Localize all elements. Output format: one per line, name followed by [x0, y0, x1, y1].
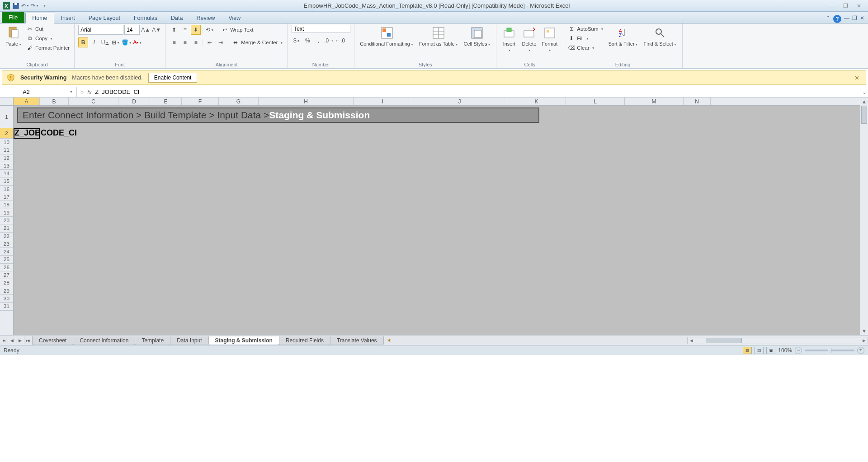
window-restore-icon[interactable]: ❐	[852, 15, 857, 23]
expand-formula-bar-button[interactable]: ⌄	[860, 87, 868, 97]
sheet-tab-data-input[interactable]: Data Input	[170, 336, 208, 345]
insert-cells-button[interactable]: Insert▼	[500, 25, 518, 53]
column-header-I[interactable]: I	[354, 98, 412, 105]
row-header-10[interactable]: 10	[0, 139, 13, 146]
minimize-button[interactable]: —	[827, 2, 836, 10]
underline-button[interactable]: U▼	[100, 37, 110, 47]
page-break-view-button[interactable]: ▣	[766, 347, 775, 354]
copy-button[interactable]: ⧉Copy▼	[25, 34, 71, 42]
column-header-B[interactable]: B	[40, 98, 69, 105]
name-box-input[interactable]	[4, 89, 49, 95]
spreadsheet-grid[interactable]: ABCDEFGHIJKLMN 1210111213141516171819202…	[0, 98, 868, 335]
font-color-button[interactable]: A▼	[132, 37, 142, 47]
scroll-down-button[interactable]: ▼	[860, 327, 868, 335]
row-header-15[interactable]: 15	[0, 177, 13, 185]
vscroll-thumb[interactable]	[861, 106, 867, 124]
italic-button[interactable]: I	[89, 37, 99, 47]
row-header-23[interactable]: 23	[0, 240, 13, 248]
column-header-N[interactable]: N	[684, 98, 711, 105]
column-header-E[interactable]: E	[150, 98, 182, 105]
tab-formulas[interactable]: Formulas	[127, 13, 164, 23]
vertical-scrollbar[interactable]: ▲ ▼	[860, 98, 868, 335]
row-header-22[interactable]: 22	[0, 233, 13, 240]
row-header-18[interactable]: 18	[0, 201, 13, 209]
autosum-button[interactable]: ΣAutoSum▼	[567, 25, 604, 33]
horizontal-scrollbar[interactable]: ◀ ▶	[687, 337, 868, 344]
sheet-tab-coversheet[interactable]: Coversheet	[32, 336, 73, 345]
scroll-up-button[interactable]: ▲	[860, 98, 868, 106]
row-header-16[interactable]: 16	[0, 186, 13, 193]
delete-cells-button[interactable]: ✕Delete▼	[520, 25, 538, 53]
row-header-25[interactable]: 25	[0, 256, 13, 263]
increase-indent-button[interactable]: ⇥	[216, 37, 226, 47]
row-header-1[interactable]: 1	[0, 106, 13, 128]
sort-filter-button[interactable]: AZSort & Filter▼	[606, 25, 640, 48]
increase-font-button[interactable]: A▲	[141, 25, 151, 35]
row-header-26[interactable]: 26	[0, 264, 13, 271]
undo-icon[interactable]: ↶▼	[22, 2, 29, 9]
row-header-12[interactable]: 12	[0, 154, 13, 162]
format-painter-button[interactable]: 🖌Format Painter	[25, 44, 71, 52]
column-header-F[interactable]: F	[182, 98, 219, 105]
formula-input[interactable]	[95, 89, 856, 95]
align-right-button[interactable]: ≡	[191, 37, 201, 47]
fill-color-button[interactable]: 🪣▼	[122, 37, 132, 47]
column-header-C[interactable]: C	[69, 98, 118, 105]
cancel-formula-icon[interactable]: ○	[80, 89, 84, 95]
row-header-17[interactable]: 17	[0, 193, 13, 201]
row-header-31[interactable]: 31	[0, 303, 13, 310]
align-center-button[interactable]: ≡	[180, 37, 190, 47]
row-header-29[interactable]: 29	[0, 287, 13, 295]
sheet-tab-staging-submission[interactable]: Staging & Submission	[208, 336, 279, 345]
fx-icon[interactable]: fx	[87, 89, 91, 95]
zoom-thumb[interactable]	[828, 348, 831, 353]
cell-styles-button[interactable]: Cell Styles▼	[462, 25, 492, 48]
column-header-A[interactable]: A	[14, 98, 40, 105]
align-top-button[interactable]: ⬆	[169, 25, 179, 35]
row-header-30[interactable]: 30	[0, 295, 13, 303]
help-icon[interactable]: ?	[833, 15, 841, 23]
name-box[interactable]: ▼	[0, 87, 77, 97]
prev-sheet-button[interactable]: ◀	[8, 336, 16, 345]
increase-decimal-button[interactable]: .0→	[324, 36, 334, 46]
format-cells-button[interactable]: Format▼	[540, 25, 559, 53]
align-left-button[interactable]: ≡	[169, 37, 179, 47]
close-button[interactable]: ✕	[854, 2, 863, 10]
tab-view[interactable]: View	[222, 13, 247, 23]
column-header-L[interactable]: L	[566, 98, 625, 105]
find-select-button[interactable]: Find & Select▼	[642, 25, 679, 48]
row-header-27[interactable]: 27	[0, 271, 13, 279]
font-name-combo[interactable]	[78, 25, 123, 35]
select-all-corner[interactable]	[0, 98, 14, 106]
sheet-tab-template[interactable]: Template	[135, 336, 170, 345]
page-layout-view-button[interactable]: ▤	[755, 347, 764, 354]
column-header-K[interactable]: K	[507, 98, 566, 105]
font-size-combo[interactable]	[124, 25, 140, 35]
currency-button[interactable]: $▼	[292, 36, 302, 46]
sheet-tab-translate-values[interactable]: Translate Values	[330, 336, 384, 345]
row-header-21[interactable]: 21	[0, 224, 13, 232]
conditional-formatting-button[interactable]: Conditional Formatting▼	[358, 25, 415, 48]
orientation-button[interactable]: ⟲▼	[205, 25, 215, 35]
row-header-13[interactable]: 13	[0, 162, 13, 170]
hscroll-thumb[interactable]	[706, 338, 742, 343]
next-sheet-button[interactable]: ▶	[16, 336, 24, 345]
new-sheet-button[interactable]: ✶	[384, 336, 395, 345]
enable-content-button[interactable]: Enable Content	[148, 73, 198, 83]
comma-button[interactable]: ,	[313, 36, 323, 46]
align-bottom-button[interactable]: ⬇	[191, 25, 201, 35]
row-header-2[interactable]: 2	[0, 128, 13, 139]
redo-icon[interactable]: ↷▼	[31, 2, 38, 9]
zoom-out-button[interactable]: −	[795, 347, 802, 354]
restore-button[interactable]: ❐	[841, 2, 850, 10]
column-header-J[interactable]: J	[412, 98, 507, 105]
first-sheet-button[interactable]: ⏮	[0, 336, 8, 345]
row-header-14[interactable]: 14	[0, 170, 13, 177]
last-sheet-button[interactable]: ⏭	[24, 336, 33, 345]
number-format-combo[interactable]	[292, 25, 350, 33]
chevron-down-icon[interactable]: ▼	[70, 90, 73, 93]
tab-data[interactable]: Data	[164, 13, 189, 23]
zoom-slider[interactable]	[805, 350, 854, 351]
align-middle-button[interactable]: ≡	[180, 25, 190, 35]
qat-customize-icon[interactable]: ▼	[41, 2, 48, 9]
